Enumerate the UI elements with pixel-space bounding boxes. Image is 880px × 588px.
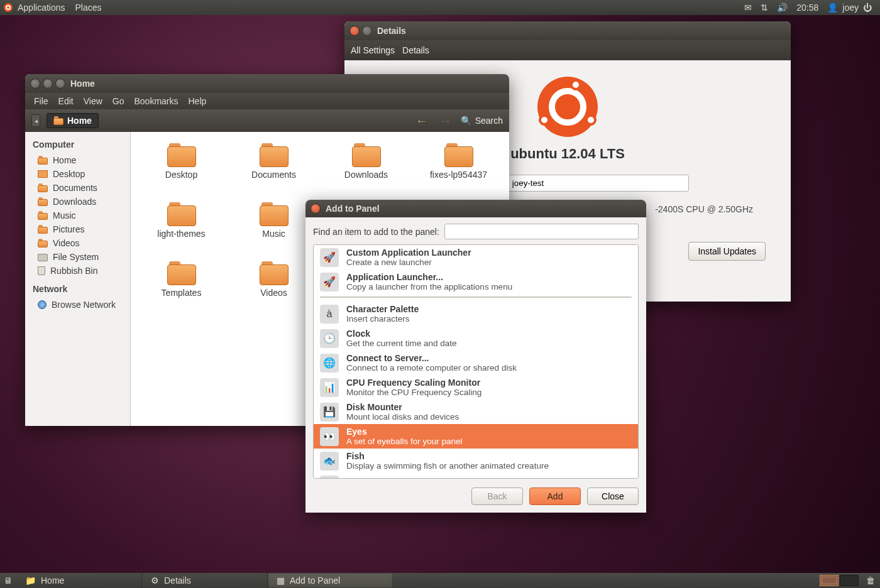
sidebar-item-browse-network[interactable]: Browse Network: [25, 298, 130, 312]
user-name[interactable]: joey: [842, 3, 859, 13]
folder-icon: [260, 202, 289, 226]
places-menu[interactable]: Places: [70, 1, 107, 14]
close-icon[interactable]: [30, 79, 40, 89]
minimize-icon[interactable]: [362, 26, 372, 36]
atp-item-character-palette[interactable]: àCharacter PaletteInsert characters: [314, 302, 638, 326]
folder-downloads[interactable]: Downloads: [322, 143, 410, 199]
task-details[interactable]: ⚙Details: [142, 573, 268, 588]
bottom-panel: 🖥 📁Home⚙Details▦Add to Panel 🗑: [0, 573, 880, 588]
details-titlebar[interactable]: Details: [344, 21, 791, 40]
all-settings-link[interactable]: All Settings: [351, 45, 395, 55]
folder-desktop[interactable]: Desktop: [137, 143, 226, 199]
atp-item-connect-to-server-[interactable]: 🌐Connect to Server...Connect to a remote…: [314, 351, 638, 375]
show-desktop-icon[interactable]: 🖥: [0, 575, 16, 585]
folder-label: fixes-lp954437: [430, 170, 487, 180]
volume-icon[interactable]: 🔊: [773, 3, 792, 13]
back-button[interactable]: Back: [471, 487, 523, 505]
clock[interactable]: 20:58: [792, 3, 823, 13]
sidebar-item-videos[interactable]: Videos: [25, 236, 130, 250]
atp-item-custom-application-launcher[interactable]: 🚀Custom Application LauncherCreate a new…: [314, 245, 638, 270]
breadcrumb-home[interactable]: Home: [47, 113, 99, 128]
network-icon[interactable]: ⇅: [756, 3, 773, 13]
task-icon: ▦: [277, 575, 285, 585]
trash-icon[interactable]: 🗑: [861, 575, 880, 585]
sidebar-item-documents[interactable]: Documents: [25, 181, 130, 195]
applet-icon: 🕒: [320, 329, 339, 348]
add-button[interactable]: Add: [529, 487, 581, 505]
ubuntu-menu-icon[interactable]: [4, 3, 13, 12]
applet-desc: Get the current time and date: [346, 339, 457, 348]
mail-icon[interactable]: ✉: [740, 3, 756, 13]
user-icon[interactable]: 👤: [823, 3, 842, 13]
sidebar-item-downloads[interactable]: Downloads: [25, 195, 130, 209]
sidebar-item-rubbish-bin[interactable]: Rubbish Bin: [25, 264, 130, 278]
folder-light-themes[interactable]: light-themes: [137, 202, 226, 258]
maximize-icon[interactable]: [55, 79, 65, 89]
atp-item-disk-mounter[interactable]: 💾Disk MounterMount local disks and devic…: [314, 400, 638, 424]
minimize-icon[interactable]: [43, 79, 53, 89]
home-menubar: File Edit View Go Bookmarks Help: [25, 93, 509, 109]
menu-edit[interactable]: Edit: [55, 95, 77, 107]
folder-icon: [260, 261, 289, 285]
menu-go[interactable]: Go: [109, 95, 128, 107]
folder-music[interactable]: Music: [229, 202, 318, 258]
applet-icon: 📊: [320, 378, 339, 397]
sidebar-item-desktop[interactable]: Desktop: [25, 167, 130, 181]
folder-icon: [167, 143, 196, 167]
workspace-switcher[interactable]: [817, 575, 861, 586]
sidebar-item-pictures[interactable]: Pictures: [25, 222, 130, 236]
task-add-to-panel[interactable]: ▦Add to Panel: [268, 573, 393, 588]
folder-documents[interactable]: Documents: [229, 143, 318, 199]
applet-title: Character Palette: [346, 304, 419, 314]
close-icon[interactable]: [311, 204, 321, 214]
atp-item-force-quit[interactable]: ✖Force Quit: [314, 473, 638, 479]
sidebar-item-home[interactable]: Home: [25, 153, 130, 167]
search-button[interactable]: 🔍 Search: [461, 116, 503, 126]
applications-menu[interactable]: Applications: [13, 1, 70, 14]
workspace-1[interactable]: [820, 575, 839, 586]
folder-icon: [38, 197, 48, 206]
task-home[interactable]: 📁Home: [16, 573, 142, 588]
sidebar-item-label: Pictures: [53, 224, 85, 234]
atp-item-eyes[interactable]: 👀EyesA set of eyeballs for your panel: [314, 424, 638, 449]
atp-item-fish[interactable]: 🐟FishDisplay a swimming fish or another …: [314, 449, 638, 473]
applet-icon: 🚀: [320, 248, 339, 267]
atp-list[interactable]: 🚀Custom Application LauncherCreate a new…: [313, 244, 639, 479]
menu-file[interactable]: File: [30, 95, 52, 107]
atp-item-application-launcher-[interactable]: 🚀Application Launcher...Copy a launcher …: [314, 270, 638, 294]
atp-titlebar[interactable]: Add to Panel: [305, 200, 646, 217]
forward-icon[interactable]: →: [437, 114, 454, 128]
home-titlebar[interactable]: Home: [25, 74, 509, 93]
menu-bookmarks[interactable]: Bookmarks: [130, 95, 182, 107]
folder-videos[interactable]: Videos: [229, 261, 318, 317]
search-icon: 🔍: [461, 116, 471, 126]
sidebar-item-label: Music: [53, 210, 76, 220]
sidebar-toggle[interactable]: ◂: [31, 114, 40, 127]
menu-view[interactable]: View: [80, 95, 106, 107]
folder-fixes-lp954437[interactable]: fixes-lp954437: [414, 143, 503, 199]
back-icon[interactable]: ←: [413, 114, 431, 128]
session-icon[interactable]: ⏻: [859, 3, 876, 13]
close-button[interactable]: Close: [587, 487, 639, 505]
folder-label: Downloads: [344, 170, 388, 180]
task-label: Details: [164, 575, 191, 585]
sidebar-item-label: File System: [53, 252, 99, 262]
device-name-input[interactable]: [507, 175, 689, 192]
applet-desc: Connect to a remote computer or shared d…: [346, 363, 517, 373]
find-input[interactable]: [444, 224, 639, 239]
sidebar-item-label: Rubbish Bin: [50, 266, 98, 276]
details-link[interactable]: Details: [402, 45, 429, 55]
menu-help[interactable]: Help: [185, 95, 211, 107]
sidebar-item-music[interactable]: Music: [25, 209, 130, 222]
sidebar-item-file-system[interactable]: File System: [25, 250, 130, 264]
applet-icon: 👀: [320, 427, 339, 446]
close-icon[interactable]: [349, 26, 360, 36]
folder-templates[interactable]: Templates: [137, 261, 226, 317]
workspace-2[interactable]: [840, 575, 859, 586]
applet-title: Connect to Server...: [346, 353, 517, 363]
install-updates-button[interactable]: Install Updates: [688, 242, 766, 261]
atp-item-cpu-frequency-scaling-monitor[interactable]: 📊CPU Frequency Scaling MonitorMonitor th…: [314, 375, 638, 400]
folder-icon: [38, 254, 48, 261]
atp-item-clock[interactable]: 🕒ClockGet the current time and date: [314, 326, 638, 351]
applet-desc: Create a new launcher: [346, 258, 471, 267]
